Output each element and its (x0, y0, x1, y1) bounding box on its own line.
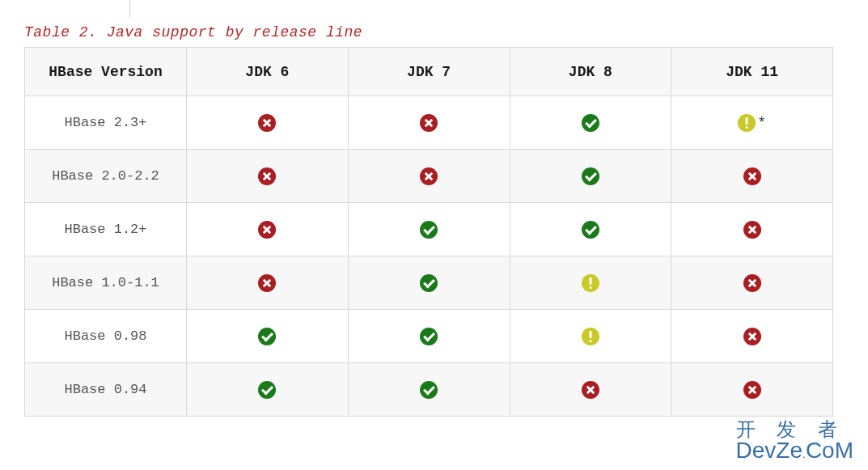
cross-icon (743, 274, 761, 292)
status-cell (510, 256, 671, 310)
version-cell: HBase 0.94 (25, 363, 187, 417)
status-cell (348, 203, 510, 256)
status-cell (187, 363, 349, 417)
version-cell: HBase 1.2+ (25, 203, 187, 256)
decorative-divider (129, 0, 130, 18)
table-row: HBase 1.0-1.1 (25, 256, 833, 310)
cross-icon (420, 167, 438, 185)
warning-icon (582, 274, 599, 292)
status-cell (510, 203, 671, 256)
status-cell (187, 96, 349, 150)
table-caption: Table 2. Java support by release line (24, 24, 844, 40)
watermark: 开 发 者 DevZe.CoM (736, 420, 853, 462)
status-cell (671, 256, 833, 310)
status-cell (671, 150, 833, 203)
col-header-jdk7: JDK 7 (348, 48, 510, 96)
cross-icon (258, 167, 276, 185)
version-cell: HBase 2.3+ (25, 96, 187, 150)
cross-icon (743, 167, 761, 185)
table-row: HBase 0.98 (25, 310, 833, 363)
status-cell (187, 150, 349, 203)
table-row: HBase 1.2+ (25, 203, 833, 256)
status-cell (187, 310, 349, 363)
cross-icon (582, 381, 599, 399)
status-cell (510, 363, 671, 417)
check-icon (582, 221, 599, 239)
status-cell (348, 363, 510, 417)
status-cell (348, 256, 510, 310)
status-cell (510, 150, 671, 203)
status-cell (348, 96, 510, 150)
status-cell: * (671, 96, 833, 150)
status-cell (348, 310, 510, 363)
cross-icon (258, 274, 276, 292)
table-row: HBase 0.94 (25, 363, 833, 417)
support-table: HBase Version JDK 6 JDK 7 JDK 8 JDK 11 H… (24, 47, 833, 417)
warning-icon (738, 114, 756, 132)
status-cell (671, 310, 833, 363)
table-body: HBase 2.3+*HBase 2.0-2.2HBase 1.2+HBase … (25, 96, 833, 417)
cross-icon (743, 221, 761, 239)
cross-icon (743, 328, 761, 345)
status-cell (187, 203, 349, 256)
check-icon (582, 167, 599, 185)
table-row: HBase 2.3+* (25, 96, 833, 150)
header-row: HBase Version JDK 6 JDK 7 JDK 8 JDK 11 (25, 48, 833, 96)
col-header-jdk8: JDK 8 (510, 48, 671, 96)
watermark-bottom: DevZe.CoM (736, 439, 853, 462)
cross-icon (743, 381, 761, 399)
warning-icon (582, 328, 599, 345)
cross-icon (258, 221, 276, 239)
status-cell (671, 203, 833, 256)
col-header-version: HBase Version (25, 48, 187, 96)
table-row: HBase 2.0-2.2 (25, 150, 833, 203)
check-icon (420, 381, 438, 399)
col-header-jdk11: JDK 11 (671, 48, 833, 96)
status-cell (187, 256, 349, 310)
check-icon (420, 221, 438, 239)
check-icon (582, 114, 599, 132)
version-cell: HBase 0.98 (25, 310, 187, 363)
version-cell: HBase 2.0-2.2 (25, 150, 187, 203)
status-cell (510, 96, 671, 150)
col-header-jdk6: JDK 6 (187, 48, 349, 96)
status-cell (348, 150, 510, 203)
status-cell (671, 363, 833, 417)
check-icon (258, 381, 276, 399)
watermark-top: 开 发 者 (736, 420, 853, 439)
footnote-marker: * (757, 115, 766, 131)
cross-icon (258, 114, 276, 132)
status-cell (510, 310, 671, 363)
version-cell: HBase 1.0-1.1 (25, 256, 187, 310)
check-icon (258, 328, 276, 345)
check-icon (420, 274, 438, 292)
cross-icon (420, 114, 438, 132)
check-icon (420, 328, 438, 345)
